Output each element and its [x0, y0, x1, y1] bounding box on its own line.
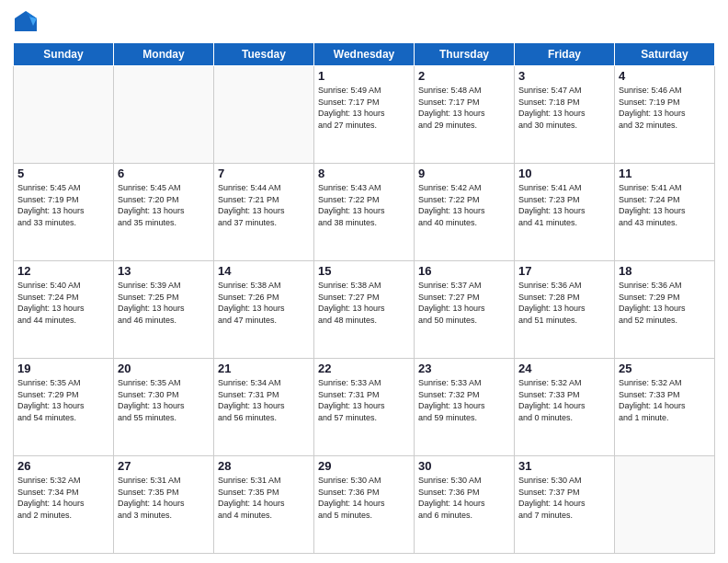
day-info: Sunrise: 5:46 AM Sunset: 7:19 PM Dayligh… [619, 85, 711, 131]
calendar-cell: 14Sunrise: 5:38 AM Sunset: 7:26 PM Dayli… [214, 261, 314, 359]
day-info: Sunrise: 5:41 AM Sunset: 7:24 PM Dayligh… [619, 182, 711, 228]
calendar-cell: 7Sunrise: 5:44 AM Sunset: 7:21 PM Daylig… [214, 164, 314, 261]
day-info: Sunrise: 5:33 AM Sunset: 7:31 PM Dayligh… [318, 377, 410, 423]
calendar-cell: 30Sunrise: 5:30 AM Sunset: 7:36 PM Dayli… [415, 456, 515, 554]
day-info: Sunrise: 5:35 AM Sunset: 7:30 PM Dayligh… [118, 377, 210, 423]
calendar-cell: 13Sunrise: 5:39 AM Sunset: 7:25 PM Dayli… [114, 261, 214, 359]
day-info: Sunrise: 5:30 AM Sunset: 7:37 PM Dayligh… [518, 475, 610, 521]
day-number: 9 [418, 167, 510, 180]
calendar-cell: 16Sunrise: 5:37 AM Sunset: 7:27 PM Dayli… [415, 261, 515, 359]
day-number: 16 [418, 264, 510, 278]
day-number: 29 [318, 459, 410, 473]
calendar-table: SundayMondayTuesdayWednesdayThursdayFrid… [13, 42, 715, 554]
calendar-cell [114, 66, 214, 164]
day-number: 4 [619, 69, 711, 83]
day-number: 8 [318, 167, 410, 180]
week-row-5: 26Sunrise: 5:32 AM Sunset: 7:34 PM Dayli… [14, 456, 715, 554]
day-info: Sunrise: 5:30 AM Sunset: 7:36 PM Dayligh… [418, 475, 510, 521]
weekday-header-thursday: Thursday [415, 43, 515, 66]
calendar-cell: 9Sunrise: 5:42 AM Sunset: 7:22 PM Daylig… [415, 164, 515, 261]
day-info: Sunrise: 5:31 AM Sunset: 7:35 PM Dayligh… [118, 475, 210, 521]
day-info: Sunrise: 5:32 AM Sunset: 7:33 PM Dayligh… [518, 377, 610, 423]
day-number: 10 [518, 167, 610, 180]
day-number: 3 [518, 69, 610, 83]
day-number: 22 [318, 362, 410, 375]
day-info: Sunrise: 5:37 AM Sunset: 7:27 PM Dayligh… [418, 280, 510, 326]
weekday-header-saturday: Saturday [615, 43, 715, 66]
week-row-1: 1Sunrise: 5:49 AM Sunset: 7:17 PM Daylig… [14, 66, 715, 164]
day-number: 25 [619, 362, 711, 375]
day-number: 11 [619, 167, 711, 180]
day-info: Sunrise: 5:41 AM Sunset: 7:23 PM Dayligh… [518, 182, 610, 228]
day-number: 27 [118, 459, 210, 473]
day-number: 24 [518, 362, 610, 375]
calendar-cell: 6Sunrise: 5:45 AM Sunset: 7:20 PM Daylig… [114, 164, 214, 261]
weekday-header-friday: Friday [515, 43, 615, 66]
day-number: 19 [17, 362, 109, 375]
calendar-cell: 2Sunrise: 5:48 AM Sunset: 7:17 PM Daylig… [415, 66, 515, 164]
day-info: Sunrise: 5:32 AM Sunset: 7:33 PM Dayligh… [619, 377, 711, 423]
weekday-header-sunday: Sunday [14, 43, 114, 66]
calendar-cell: 1Sunrise: 5:49 AM Sunset: 7:17 PM Daylig… [314, 66, 415, 164]
day-number: 5 [17, 167, 109, 180]
day-number: 14 [218, 264, 310, 278]
weekday-header-wednesday: Wednesday [314, 43, 415, 66]
calendar-cell: 24Sunrise: 5:32 AM Sunset: 7:33 PM Dayli… [515, 359, 615, 456]
calendar-cell: 25Sunrise: 5:32 AM Sunset: 7:33 PM Dayli… [615, 359, 715, 456]
day-number: 7 [218, 167, 310, 180]
calendar-cell: 22Sunrise: 5:33 AM Sunset: 7:31 PM Dayli… [314, 359, 415, 456]
day-info: Sunrise: 5:42 AM Sunset: 7:22 PM Dayligh… [418, 182, 510, 228]
day-number: 6 [118, 167, 210, 180]
week-row-2: 5Sunrise: 5:45 AM Sunset: 7:19 PM Daylig… [14, 164, 715, 261]
calendar-cell: 3Sunrise: 5:47 AM Sunset: 7:18 PM Daylig… [515, 66, 615, 164]
day-info: Sunrise: 5:47 AM Sunset: 7:18 PM Dayligh… [518, 85, 610, 131]
day-info: Sunrise: 5:32 AM Sunset: 7:34 PM Dayligh… [17, 475, 109, 521]
day-number: 28 [218, 459, 310, 473]
day-info: Sunrise: 5:33 AM Sunset: 7:32 PM Dayligh… [418, 377, 510, 423]
day-number: 30 [418, 459, 510, 473]
weekday-header-row: SundayMondayTuesdayWednesdayThursdayFrid… [14, 43, 715, 66]
calendar-cell: 27Sunrise: 5:31 AM Sunset: 7:35 PM Dayli… [114, 456, 214, 554]
day-info: Sunrise: 5:36 AM Sunset: 7:29 PM Dayligh… [619, 280, 711, 326]
day-number: 17 [518, 264, 610, 278]
day-info: Sunrise: 5:44 AM Sunset: 7:21 PM Dayligh… [218, 182, 310, 228]
day-info: Sunrise: 5:35 AM Sunset: 7:29 PM Dayligh… [17, 377, 109, 423]
header [13, 9, 715, 35]
day-info: Sunrise: 5:43 AM Sunset: 7:22 PM Dayligh… [318, 182, 410, 228]
day-number: 26 [17, 459, 109, 473]
weekday-header-monday: Monday [114, 43, 214, 66]
day-number: 23 [418, 362, 510, 375]
calendar-cell: 8Sunrise: 5:43 AM Sunset: 7:22 PM Daylig… [314, 164, 415, 261]
calendar-cell: 29Sunrise: 5:30 AM Sunset: 7:36 PM Dayli… [314, 456, 415, 554]
day-number: 13 [118, 264, 210, 278]
calendar-cell [615, 456, 715, 554]
calendar-cell: 15Sunrise: 5:38 AM Sunset: 7:27 PM Dayli… [314, 261, 415, 359]
day-number: 31 [518, 459, 610, 473]
day-info: Sunrise: 5:45 AM Sunset: 7:19 PM Dayligh… [17, 182, 109, 228]
calendar-cell: 23Sunrise: 5:33 AM Sunset: 7:32 PM Dayli… [415, 359, 515, 456]
day-info: Sunrise: 5:34 AM Sunset: 7:31 PM Dayligh… [218, 377, 310, 423]
day-number: 18 [619, 264, 711, 278]
day-info: Sunrise: 5:48 AM Sunset: 7:17 PM Dayligh… [418, 85, 510, 131]
day-number: 12 [17, 264, 109, 278]
calendar-cell: 28Sunrise: 5:31 AM Sunset: 7:35 PM Dayli… [214, 456, 314, 554]
day-info: Sunrise: 5:38 AM Sunset: 7:26 PM Dayligh… [218, 280, 310, 326]
calendar-cell: 4Sunrise: 5:46 AM Sunset: 7:19 PM Daylig… [615, 66, 715, 164]
logo-icon [13, 9, 39, 35]
week-row-3: 12Sunrise: 5:40 AM Sunset: 7:24 PM Dayli… [14, 261, 715, 359]
day-number: 21 [218, 362, 310, 375]
calendar-cell: 18Sunrise: 5:36 AM Sunset: 7:29 PM Dayli… [615, 261, 715, 359]
day-info: Sunrise: 5:40 AM Sunset: 7:24 PM Dayligh… [17, 280, 109, 326]
logo [13, 9, 42, 35]
day-info: Sunrise: 5:31 AM Sunset: 7:35 PM Dayligh… [218, 475, 310, 521]
calendar-cell: 21Sunrise: 5:34 AM Sunset: 7:31 PM Dayli… [214, 359, 314, 456]
calendar-cell [214, 66, 314, 164]
calendar-cell: 31Sunrise: 5:30 AM Sunset: 7:37 PM Dayli… [515, 456, 615, 554]
calendar-page: SundayMondayTuesdayWednesdayThursdayFrid… [0, 0, 728, 563]
calendar-cell [14, 66, 114, 164]
day-info: Sunrise: 5:30 AM Sunset: 7:36 PM Dayligh… [318, 475, 410, 521]
calendar-cell: 19Sunrise: 5:35 AM Sunset: 7:29 PM Dayli… [14, 359, 114, 456]
calendar-cell: 10Sunrise: 5:41 AM Sunset: 7:23 PM Dayli… [515, 164, 615, 261]
day-info: Sunrise: 5:38 AM Sunset: 7:27 PM Dayligh… [318, 280, 410, 326]
day-number: 15 [318, 264, 410, 278]
